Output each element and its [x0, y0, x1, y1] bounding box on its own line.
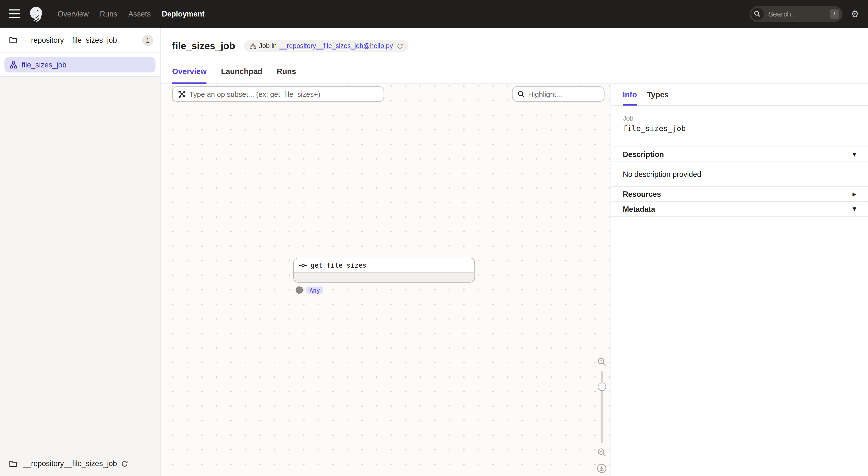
sidebar-item-label: file_sizes_job	[22, 61, 66, 69]
info-panel-tabs: Info Types	[611, 84, 868, 106]
gear-icon[interactable]: ⚙	[851, 9, 859, 19]
search-shortcut-badge: /	[830, 9, 839, 19]
op-node-header: get_file_sizes	[294, 258, 474, 272]
op-node-name: get_file_sizes	[311, 261, 367, 269]
job-name: file_sizes_job	[623, 124, 856, 133]
breadcrumb-repo-link[interactable]: __repository__file_sizes_job@hello.py	[280, 42, 393, 50]
highlight-input-wrapper	[512, 87, 604, 102]
dagster-logo[interactable]	[29, 6, 44, 22]
page-title: file_sizes_job	[172, 40, 235, 52]
sidebar-empty-area	[0, 77, 160, 451]
sidebar-repo-header[interactable]: __repository__file_sizes_job 1	[0, 28, 160, 53]
folder-icon	[9, 460, 17, 468]
tab-runs[interactable]: Runs	[277, 67, 296, 84]
hamburger-menu-icon[interactable]	[9, 9, 20, 18]
footer-repo-name: __repository__file_sizes_job	[23, 460, 117, 468]
section-divider	[611, 216, 868, 217]
section-title: Description	[623, 150, 664, 159]
section-title: Metadata	[623, 205, 655, 213]
nav-link-assets[interactable]: Assets	[128, 10, 151, 18]
top-nav: Overview Runs Assets Deployment Search..…	[0, 0, 868, 28]
reload-definition-icon[interactable]	[397, 43, 403, 49]
tab-overview[interactable]: Overview	[172, 67, 207, 84]
sidebar-job-list: file_sizes_job	[0, 53, 160, 77]
op-subset-input[interactable]	[189, 90, 379, 98]
job-tabs: Overview Launchpad Runs	[160, 61, 868, 84]
info-panel: Info Types Job file_sizes_job Descriptio…	[611, 84, 868, 476]
op-output-port[interactable]	[296, 286, 303, 294]
nav-link-deployment[interactable]: Deployment	[162, 10, 205, 18]
repo-name: __repository__file_sizes_job	[23, 36, 142, 44]
folder-icon	[9, 36, 17, 44]
nav-link-runs[interactable]: Runs	[100, 10, 117, 18]
search-placeholder: Search...	[768, 10, 830, 18]
section-description-header[interactable]: Description ▼	[611, 146, 868, 162]
op-graph-canvas[interactable]: get_file_sizes Any	[160, 84, 611, 476]
job-graph-icon	[10, 61, 17, 68]
tab-launchpad[interactable]: Launchpad	[221, 67, 262, 84]
nav-link-overview[interactable]: Overview	[58, 10, 89, 18]
zoom-controls	[596, 357, 608, 473]
recenter-icon[interactable]	[597, 464, 607, 473]
zoom-slider[interactable]	[596, 371, 608, 443]
op-output-type-badge[interactable]: Any	[306, 286, 323, 294]
main-content: file_sizes_job Job in __repository__file…	[160, 28, 868, 476]
reload-repo-icon[interactable]	[121, 461, 128, 467]
search-icon	[751, 7, 764, 20]
zoom-slider-knob[interactable]	[598, 383, 606, 391]
op-node-get-file-sizes[interactable]: get_file_sizes	[293, 258, 475, 283]
breadcrumb-prefix: Job in	[259, 42, 277, 50]
zoom-in-icon[interactable]	[597, 357, 606, 366]
zoom-slider-track[interactable]	[600, 371, 603, 443]
description-text: No description provided	[623, 170, 701, 178]
info-sections: Description ▼ No description provided Re…	[611, 146, 868, 217]
left-sidebar: __repository__file_sizes_job 1 file_size…	[0, 28, 160, 476]
section-description-body: No description provided	[611, 162, 868, 186]
op-icon	[299, 263, 307, 267]
section-title: Resources	[623, 190, 661, 198]
chevron-down-icon: ▼	[852, 151, 856, 157]
search-icon	[518, 91, 525, 98]
op-subset-input-wrapper	[172, 87, 384, 102]
chevron-right-icon: ▶	[852, 192, 856, 197]
tab-info[interactable]: Info	[623, 90, 637, 106]
zoom-out-icon[interactable]	[597, 448, 606, 456]
tab-types[interactable]: Types	[647, 90, 669, 106]
chevron-down-icon: ▼	[852, 206, 856, 212]
op-selector-icon	[178, 90, 186, 98]
repo-job-count-badge: 1	[142, 34, 154, 45]
job-graph-icon	[250, 43, 256, 49]
section-metadata-header[interactable]: Metadata ▼	[611, 201, 868, 216]
sidebar-item-file-sizes-job[interactable]: file_sizes_job	[4, 57, 155, 72]
section-resources-header[interactable]: Resources ▶	[611, 186, 868, 201]
highlight-input[interactable]	[528, 90, 611, 98]
app-window: Overview Runs Assets Deployment Search..…	[0, 0, 868, 476]
breadcrumb: Job in __repository__file_sizes_job@hell…	[244, 40, 408, 52]
job-label: Job	[623, 114, 856, 122]
op-node-body	[294, 272, 474, 282]
page-header: file_sizes_job Job in __repository__file…	[160, 28, 868, 61]
primary-nav: Overview Runs Assets Deployment	[58, 10, 205, 18]
sidebar-repo-footer: __repository__file_sizes_job	[0, 451, 160, 476]
global-search[interactable]: Search... /	[749, 6, 842, 22]
job-identity-block: Job file_sizes_job	[611, 106, 868, 133]
